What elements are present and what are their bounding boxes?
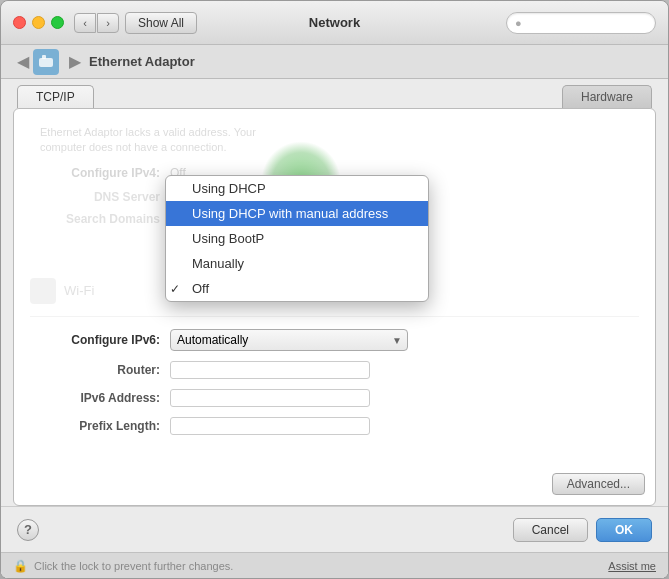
close-button[interactable] [13, 16, 26, 29]
ok-button[interactable]: OK [596, 518, 652, 542]
advanced-area: Advanced... [552, 473, 645, 495]
minimize-button[interactable] [32, 16, 45, 29]
search-domains-label: Search Domains [30, 212, 170, 226]
lock-icon: 🔒 [13, 559, 28, 573]
service-name: Ethernet Adaptor [89, 54, 195, 69]
ethernet-info-text: Ethernet Adaptor lacks a valid address. … [40, 126, 256, 153]
main-panel: Ethernet Adaptor lacks a valid address. … [13, 108, 656, 506]
ipv6-address-input[interactable] [170, 389, 370, 407]
svg-rect-0 [39, 58, 53, 67]
toolbar: ◀ ▶ Ethernet Adaptor [1, 45, 668, 79]
router-row: Router: [30, 361, 639, 379]
dropdown-item-using-dhcp[interactable]: Using DHCP [166, 176, 428, 201]
svg-rect-1 [42, 55, 46, 59]
ipv6-select[interactable]: Automatically Manually Off [170, 329, 408, 351]
separator-1 [30, 316, 639, 317]
bottom-bar: ? Cancel OK [1, 506, 668, 552]
dropdown-label-using-bootp: Using BootP [192, 231, 264, 246]
search-box[interactable]: ● [506, 12, 656, 34]
ipv6-select-wrapper: Automatically Manually Off ▼ [170, 329, 408, 351]
search-icon: ● [515, 17, 522, 29]
cancel-button[interactable]: Cancel [513, 518, 588, 542]
dropdown-item-off[interactable]: ✓ Off [166, 276, 428, 301]
back-button[interactable]: ‹ [74, 13, 96, 33]
window-title: Network [309, 15, 360, 30]
dropdown-item-manually[interactable]: Manually [166, 251, 428, 276]
prefix-length-row: Prefix Length: [30, 417, 639, 435]
tab-tcp[interactable]: TCP/IP [17, 85, 94, 108]
left-arrow-icon: ◀ [17, 52, 29, 71]
show-all-button[interactable]: Show All [125, 12, 197, 34]
titlebar: ‹ › Show All Network ● [1, 1, 668, 45]
help-button[interactable]: ? [17, 519, 39, 541]
service-icon [33, 49, 59, 75]
check-using-bootp [170, 232, 188, 246]
dropdown-label-using-dhcp: Using DHCP [192, 181, 266, 196]
dropdown-label-using-dhcp-manual: Using DHCP with manual address [192, 206, 388, 221]
configure-ipv6-row: Configure IPv6: Automatically Manually O… [30, 329, 639, 351]
check-manually [170, 257, 188, 271]
lock-bar: 🔒 Click the lock to prevent further chan… [1, 552, 668, 578]
check-off: ✓ [170, 282, 188, 296]
router-input[interactable] [170, 361, 370, 379]
check-using-dhcp [170, 182, 188, 196]
configure-ipv6-label: Configure IPv6: [30, 333, 160, 347]
ipv6-address-row: IPv6 Address: [30, 389, 639, 407]
dropdown-label-off: Off [192, 281, 209, 296]
advanced-button[interactable]: Advanced... [552, 473, 645, 495]
assist-me-link[interactable]: Assist me [608, 560, 656, 572]
wifi-icon [30, 278, 56, 304]
dropdown-item-using-bootp[interactable]: Using BootP [166, 226, 428, 251]
tab-hardware[interactable]: Hardware [562, 85, 652, 108]
service-nav: ◀ ▶ [17, 49, 81, 75]
wifi-label: Wi-Fi [64, 283, 94, 298]
dns-server-label: DNS Server [30, 190, 170, 204]
maximize-button[interactable] [51, 16, 64, 29]
ipv6-address-label: IPv6 Address: [30, 391, 160, 405]
prefix-length-label: Prefix Length: [30, 419, 160, 433]
lock-text: Click the lock to prevent further change… [34, 560, 233, 572]
configure-ipv4-label: Configure IPv4: [30, 166, 160, 180]
dropdown-item-using-dhcp-manual[interactable]: Using DHCP with manual address [166, 201, 428, 226]
prefix-length-input[interactable] [170, 417, 370, 435]
traffic-lights [13, 16, 64, 29]
network-window: ‹ › Show All Network ● ◀ ▶ Ethernet Adap… [0, 0, 669, 579]
content-area: TCP/IP Hardware Ethernet Adaptor lacks a… [1, 79, 668, 578]
right-arrow-icon: ▶ [69, 52, 81, 71]
dropdown-menu[interactable]: Using DHCP Using DHCP with manual addres… [165, 175, 429, 302]
dropdown-label-manually: Manually [192, 256, 244, 271]
nav-buttons: ‹ › [74, 13, 119, 33]
forward-button[interactable]: › [97, 13, 119, 33]
router-label: Router: [30, 363, 160, 377]
check-using-dhcp-manual [170, 207, 188, 221]
tabs-bar: TCP/IP Hardware [1, 79, 668, 108]
